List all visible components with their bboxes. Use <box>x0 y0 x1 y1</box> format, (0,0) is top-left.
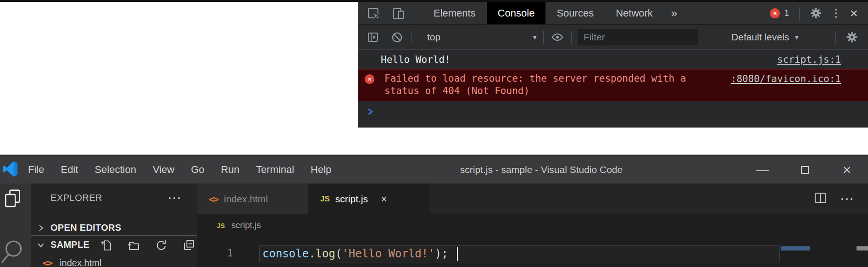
vscode-titlebar: File Edit Selection View Go Run Terminal… <box>0 155 868 184</box>
context-selector[interactable]: top ▼ <box>420 32 543 43</box>
console-sidebar-icon[interactable] <box>367 31 379 43</box>
error-badge-icon[interactable]: × <box>770 8 780 18</box>
console-prompt[interactable] <box>358 101 868 117</box>
menu-help[interactable]: Help <box>302 164 339 176</box>
tab-console[interactable]: Console <box>487 2 546 24</box>
menu-run[interactable]: Run <box>213 164 248 176</box>
vscode-logo-icon <box>2 161 18 178</box>
new-folder-icon[interactable] <box>128 239 140 253</box>
log-source-link[interactable]: script.js:1 <box>777 54 841 65</box>
explorer-actions <box>100 239 195 253</box>
tab-network[interactable]: Network <box>605 2 664 24</box>
more-tabs-icon[interactable]: » <box>671 7 677 20</box>
breadcrumb[interactable]: JS script.js <box>197 214 261 236</box>
divider <box>543 31 544 44</box>
code-line[interactable]: console.log('Hello World!'); <box>262 247 448 260</box>
console-toolbar: top ▼ Default levels ▼ <box>358 25 868 50</box>
collapse-all-icon[interactable] <box>183 239 195 253</box>
menu-view[interactable]: View <box>145 164 183 176</box>
explorer-more-icon[interactable] <box>169 197 180 199</box>
open-editors-section[interactable]: OPEN EDITORS <box>31 220 197 235</box>
refresh-icon[interactable] <box>155 239 167 253</box>
activity-bar <box>0 184 31 267</box>
breadcrumb-file: script.js <box>231 220 261 230</box>
explorer-icon[interactable] <box>3 189 22 210</box>
file-item-label: index.html <box>60 258 101 267</box>
explorer-sidebar: EXPLORER OPEN EDITORS SAMPLE <box>31 184 197 267</box>
window-title: script.js - sample - Visual Studio Code <box>413 164 670 175</box>
menu-file[interactable]: File <box>20 164 52 176</box>
devtools-close-icon[interactable]: × <box>850 6 858 20</box>
tab-elements[interactable]: Elements <box>423 2 487 24</box>
window-close-icon[interactable]: × <box>826 156 868 184</box>
chevron-right-icon <box>31 224 50 232</box>
menu-terminal[interactable]: Terminal <box>248 164 302 176</box>
tab-close-icon[interactable]: × <box>381 194 387 205</box>
error-message-line2: status of 404 (Not Found) <box>384 85 749 97</box>
error-source-link[interactable]: :8080/favicon.ico:1 <box>731 73 841 85</box>
sidebar-divider <box>31 235 197 236</box>
log-levels-value: Default levels <box>731 32 789 43</box>
window-controls: — × <box>741 156 868 184</box>
divider <box>412 31 412 44</box>
context-selector-value: top <box>427 32 440 43</box>
folder-name: SAMPLE <box>50 239 89 250</box>
divider <box>835 31 836 44</box>
log-levels-selector[interactable]: Default levels ▼ <box>731 32 800 43</box>
console-messages: Hello World! script.js:1 × Failed to loa… <box>358 50 868 128</box>
console-log-row: Hello World! script.js:1 <box>358 50 868 69</box>
kebab-menu-icon[interactable] <box>835 9 837 18</box>
console-settings-gear-icon[interactable] <box>846 31 858 44</box>
line-number: 1 <box>227 247 233 259</box>
file-item-index-html[interactable]: <> index.html <box>31 256 197 267</box>
search-icon[interactable] <box>1 238 25 267</box>
chevron-down-icon <box>31 241 50 249</box>
new-file-icon[interactable] <box>100 239 112 253</box>
log-message: Hello World! <box>381 54 451 65</box>
menubar: File Edit Selection View Go Run Terminal… <box>20 164 339 176</box>
menu-selection[interactable]: Selection <box>86 164 145 176</box>
text-cursor <box>457 247 458 261</box>
divider <box>571 31 572 44</box>
editor-more-icon[interactable] <box>841 198 852 200</box>
vscode-body: EXPLORER OPEN EDITORS SAMPLE <box>0 184 868 267</box>
editor-area: <> index.html JS script.js × <box>197 184 868 267</box>
js-file-icon: JS <box>217 222 225 229</box>
error-count: 1 <box>784 8 789 18</box>
minimap-code-line[interactable] <box>781 246 810 250</box>
js-file-icon: JS <box>320 195 330 204</box>
tab-label: script.js <box>335 194 368 205</box>
editor-tabs: <> index.html JS script.js × <box>197 184 868 214</box>
settings-gear-icon[interactable] <box>810 7 822 19</box>
overview-ruler-mark <box>857 246 868 250</box>
editor-actions <box>814 192 852 206</box>
explorer-header: EXPLORER <box>50 193 102 203</box>
clear-console-icon[interactable] <box>391 31 403 44</box>
error-icon: × <box>365 74 374 84</box>
devtools-tabbar: Elements Console Sources Network » × 1 <box>358 2 868 25</box>
maximize-icon[interactable] <box>784 156 826 184</box>
inspect-element-icon[interactable] <box>367 7 380 20</box>
menu-go[interactable]: Go <box>183 164 212 176</box>
vscode-window: File Edit Selection View Go Run Terminal… <box>0 155 868 267</box>
tab-index-html[interactable]: <> index.html <box>197 184 308 214</box>
dropdown-arrow-icon: ▼ <box>532 34 538 41</box>
divider <box>414 7 414 20</box>
tab-script-js[interactable]: JS script.js × <box>308 184 429 214</box>
console-error-row: × Failed to load resource: the server re… <box>358 69 868 101</box>
dropdown-arrow-icon: ▼ <box>794 34 800 41</box>
open-editors-label: OPEN EDITORS <box>50 222 121 233</box>
menu-edit[interactable]: Edit <box>52 164 86 176</box>
device-toolbar-icon[interactable] <box>392 6 406 20</box>
tab-label: index.html <box>224 194 268 205</box>
minimize-icon[interactable]: — <box>741 156 784 184</box>
html-file-icon: <> <box>43 257 52 267</box>
prompt-chevron-icon <box>367 108 375 116</box>
split-editor-icon[interactable] <box>814 192 827 206</box>
eye-icon[interactable] <box>551 31 564 44</box>
filter-input[interactable] <box>578 29 698 45</box>
devtools-panel: Elements Console Sources Network » × 1 <box>358 2 868 128</box>
html-file-icon: <> <box>209 194 218 205</box>
tab-sources[interactable]: Sources <box>545 2 605 24</box>
error-message-line1: Failed to load resource: the server resp… <box>384 72 749 85</box>
